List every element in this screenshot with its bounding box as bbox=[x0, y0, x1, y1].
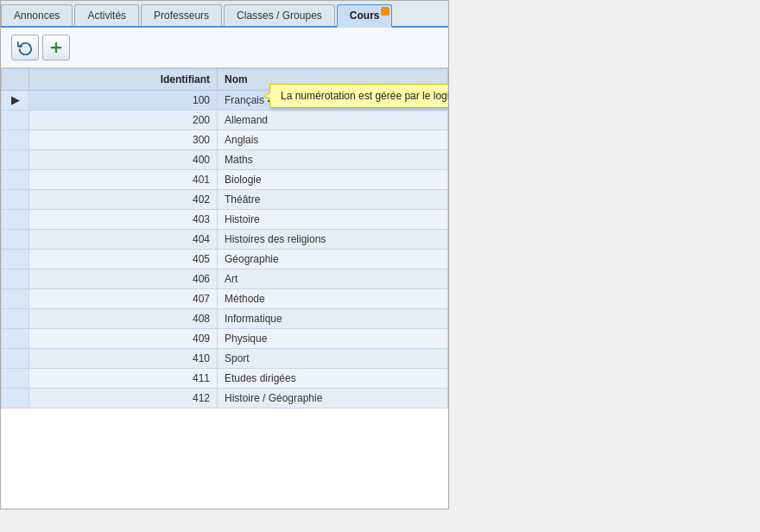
row-nom: Théâtre bbox=[217, 190, 447, 210]
row-nom: Histoire bbox=[217, 210, 447, 230]
row-id: 404 bbox=[28, 230, 217, 250]
row-id: 407 bbox=[28, 289, 217, 309]
nom-text: Français bbox=[225, 94, 264, 106]
row-arrow bbox=[2, 210, 29, 230]
col-arrow-header bbox=[2, 69, 29, 91]
row-arrow bbox=[2, 309, 29, 329]
add-icon bbox=[48, 40, 64, 55]
row-arrow bbox=[2, 329, 29, 349]
row-arrow bbox=[2, 389, 29, 408]
row-arrow bbox=[2, 269, 29, 289]
row-arrow bbox=[2, 289, 29, 309]
row-id: 100 bbox=[28, 91, 217, 111]
row-id: 410 bbox=[28, 349, 217, 369]
refresh-icon bbox=[17, 40, 33, 55]
table-row[interactable]: ▶100FrançaisLa numérotation est gérée pa… bbox=[2, 91, 448, 111]
table-row[interactable]: 300Anglais bbox=[2, 130, 448, 150]
row-nom: Méthode bbox=[217, 289, 447, 309]
row-id: 405 bbox=[28, 250, 217, 269]
tooltip-arrow-inner bbox=[265, 92, 271, 99]
table-row[interactable]: 401Biologie bbox=[2, 170, 448, 190]
notification-badge bbox=[381, 7, 390, 16]
table-row[interactable]: 403Histoire bbox=[2, 210, 448, 230]
table-row[interactable]: 412Histoire / Géographie bbox=[2, 389, 448, 408]
row-arrow bbox=[2, 130, 29, 150]
row-nom: Anglais bbox=[217, 130, 447, 150]
row-arrow bbox=[2, 111, 29, 130]
tooltip-text: La numérotation est gérée par le logicie… bbox=[281, 90, 448, 102]
row-nom: Géographie bbox=[217, 250, 447, 269]
table-row[interactable]: 400Maths bbox=[2, 150, 448, 170]
row-id: 401 bbox=[28, 170, 217, 190]
cours-table: Identifiant Nom ▶100FrançaisLa numérotat… bbox=[1, 68, 448, 408]
tab-cours-label: Cours bbox=[350, 10, 380, 22]
row-arrow bbox=[2, 369, 29, 389]
row-arrow bbox=[2, 150, 29, 170]
row-nom: Physique bbox=[217, 329, 447, 349]
tab-cours[interactable]: Cours bbox=[337, 4, 393, 28]
table-container[interactable]: Identifiant Nom ▶100FrançaisLa numérotat… bbox=[1, 68, 448, 509]
table-row[interactable]: 405Géographie bbox=[2, 250, 448, 269]
tab-annonces[interactable]: Annonces bbox=[1, 4, 73, 26]
tab-professeurs[interactable]: Professeurs bbox=[141, 4, 222, 26]
row-arrow: ▶ bbox=[2, 91, 29, 111]
table-row[interactable]: 402Théâtre bbox=[2, 190, 448, 210]
table-row[interactable]: 406Art bbox=[2, 269, 448, 289]
row-nom: Allemand bbox=[217, 111, 447, 130]
row-nom: Histoire / Géographie bbox=[217, 389, 447, 408]
row-id: 411 bbox=[28, 369, 217, 389]
table-row[interactable]: 408Informatique bbox=[2, 309, 448, 329]
row-id: 300 bbox=[28, 130, 217, 150]
row-nom: Histoires des religions bbox=[217, 230, 447, 250]
table-row[interactable]: 411Etudes dirigées bbox=[2, 369, 448, 389]
row-nom: Informatique bbox=[217, 309, 447, 329]
row-id: 412 bbox=[28, 389, 217, 408]
col-id-header: Identifiant bbox=[28, 69, 217, 91]
row-id: 409 bbox=[28, 329, 217, 349]
tab-bar: Annonces Activités Professeurs Classes /… bbox=[1, 1, 448, 28]
table-body: ▶100FrançaisLa numérotation est gérée pa… bbox=[2, 91, 448, 408]
row-id: 400 bbox=[28, 150, 217, 170]
table-row[interactable]: 409Physique bbox=[2, 329, 448, 349]
row-id: 403 bbox=[28, 210, 217, 230]
row-arrow bbox=[2, 170, 29, 190]
row-nom: Biologie bbox=[217, 170, 447, 190]
row-nom: Etudes dirigées bbox=[217, 369, 447, 389]
add-button[interactable] bbox=[42, 35, 70, 60]
row-nom: Maths bbox=[217, 150, 447, 170]
row-arrow bbox=[2, 250, 29, 269]
table-row[interactable]: 410Sport bbox=[2, 349, 448, 369]
row-id: 402 bbox=[28, 190, 217, 210]
row-arrow bbox=[2, 190, 29, 210]
tab-classes[interactable]: Classes / Groupes bbox=[224, 4, 335, 26]
tooltip-box: La numérotation est gérée par le logicie… bbox=[269, 84, 448, 108]
app-window: Annonces Activités Professeurs Classes /… bbox=[0, 0, 449, 510]
row-arrow bbox=[2, 230, 29, 250]
toolbar bbox=[1, 28, 448, 68]
row-nom: Sport bbox=[217, 349, 447, 369]
row-arrow bbox=[2, 349, 29, 369]
row-id: 406 bbox=[28, 269, 217, 289]
tab-activites[interactable]: Activités bbox=[74, 4, 139, 26]
row-nom: FrançaisLa numérotation est gérée par le… bbox=[217, 91, 447, 111]
row-id: 408 bbox=[28, 309, 217, 329]
table-row[interactable]: 407Méthode bbox=[2, 289, 448, 309]
refresh-button[interactable] bbox=[11, 35, 39, 60]
row-id: 200 bbox=[28, 111, 217, 130]
row-nom: Art bbox=[217, 269, 447, 289]
table-row[interactable]: 404Histoires des religions bbox=[2, 230, 448, 250]
table-row[interactable]: 200Allemand bbox=[2, 111, 448, 130]
